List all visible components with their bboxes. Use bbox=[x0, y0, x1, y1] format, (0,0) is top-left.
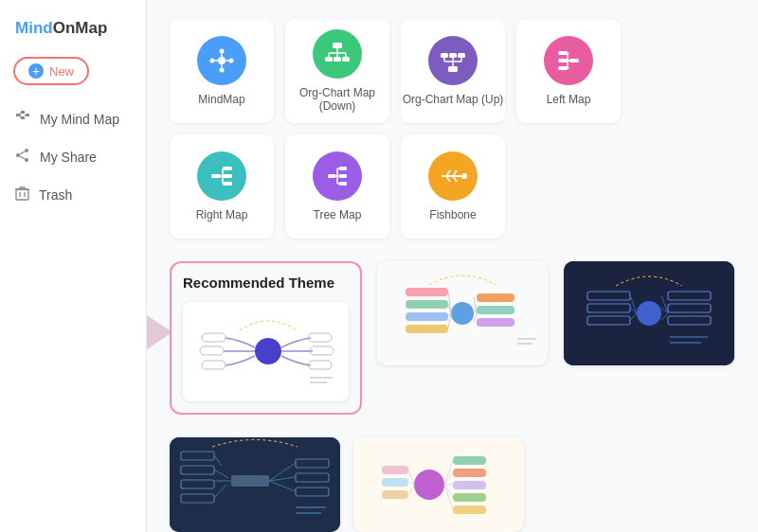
new-label: New bbox=[49, 64, 74, 79]
svg-rect-136 bbox=[453, 469, 486, 477]
map-type-grid: MindMap Org-Chart Map (Down) bbox=[170, 19, 735, 239]
org-up-icon-circle bbox=[428, 36, 478, 85]
svg-rect-80 bbox=[308, 361, 332, 369]
sidebar-item-label: My Mind Map bbox=[40, 112, 119, 127]
svg-rect-84 bbox=[406, 288, 448, 296]
svg-rect-34 bbox=[448, 66, 458, 72]
svg-point-9 bbox=[25, 158, 28, 162]
svg-rect-90 bbox=[477, 318, 514, 327]
fishbone-icon-circle bbox=[428, 151, 478, 201]
svg-point-18 bbox=[220, 68, 225, 73]
svg-line-4 bbox=[20, 113, 21, 115]
logo-text: MindOnMap bbox=[15, 19, 107, 38]
main-content: MindMap Org-Chart Map (Down) bbox=[147, 0, 758, 532]
svg-rect-26 bbox=[325, 57, 333, 62]
map-card-label: Org-Chart Map (Down) bbox=[285, 86, 389, 113]
svg-rect-141 bbox=[382, 478, 408, 487]
svg-rect-78 bbox=[308, 333, 332, 342]
svg-rect-46 bbox=[558, 66, 568, 70]
svg-rect-36 bbox=[449, 53, 457, 58]
logo: MindOnMap bbox=[0, 11, 146, 53]
svg-rect-2 bbox=[21, 116, 25, 119]
svg-rect-3 bbox=[26, 114, 29, 116]
theme-card-white[interactable] bbox=[183, 302, 349, 401]
sidebar-item-trash[interactable]: Trash bbox=[0, 176, 146, 214]
svg-rect-1 bbox=[21, 111, 25, 114]
svg-rect-37 bbox=[458, 53, 465, 58]
svg-point-17 bbox=[220, 49, 225, 54]
sidebar: MindOnMap + New My Mind Map My Share Tra… bbox=[0, 0, 147, 532]
sidebar-item-my-share[interactable]: My Share bbox=[0, 138, 146, 176]
sidebar-item-my-mind-map[interactable]: My Mind Map bbox=[0, 100, 146, 138]
svg-rect-89 bbox=[477, 306, 514, 314]
svg-line-97 bbox=[474, 313, 477, 322]
svg-rect-140 bbox=[382, 466, 408, 474]
sidebar-item-label: My Share bbox=[40, 150, 97, 165]
svg-line-5 bbox=[20, 115, 21, 118]
svg-rect-59 bbox=[328, 174, 335, 178]
svg-rect-53 bbox=[223, 167, 232, 170]
svg-point-134 bbox=[414, 470, 444, 500]
svg-rect-86 bbox=[406, 312, 448, 321]
theme-card-dark[interactable] bbox=[564, 261, 734, 365]
svg-line-146 bbox=[444, 485, 453, 497]
svg-rect-62 bbox=[339, 182, 347, 186]
map-card-fishbone[interactable]: Fishbone bbox=[401, 134, 505, 239]
featured-theme-box: Recommended Theme bbox=[170, 261, 362, 415]
svg-line-10 bbox=[20, 151, 25, 154]
svg-rect-85 bbox=[406, 300, 448, 309]
svg-point-8 bbox=[16, 153, 20, 157]
svg-line-144 bbox=[444, 472, 453, 485]
svg-rect-87 bbox=[406, 325, 448, 333]
theme-card-dark2[interactable] bbox=[170, 437, 340, 532]
svg-rect-61 bbox=[339, 174, 347, 178]
map-card-mindmap[interactable]: MindMap bbox=[170, 19, 274, 123]
map-card-org-down[interactable]: Org-Chart Map (Down) bbox=[285, 19, 389, 123]
map-card-label: Left Map bbox=[547, 93, 591, 106]
svg-rect-27 bbox=[334, 57, 341, 62]
map-card-label: Org-Chart Map (Up) bbox=[403, 93, 504, 106]
right-map-icon-circle bbox=[197, 151, 246, 201]
my-mind-map-icon bbox=[15, 110, 30, 129]
theme-card-warm[interactable] bbox=[353, 437, 524, 532]
map-card-right-map[interactable]: Right Map bbox=[170, 134, 274, 239]
theme-card-pastel[interactable] bbox=[377, 261, 548, 365]
svg-rect-45 bbox=[558, 59, 568, 62]
svg-rect-137 bbox=[453, 481, 486, 489]
map-card-tree-map[interactable]: Tree Map bbox=[285, 134, 389, 239]
theme-second-row bbox=[170, 437, 735, 532]
map-card-org-up[interactable]: Org-Chart Map (Up) bbox=[401, 19, 505, 123]
svg-point-7 bbox=[25, 149, 28, 152]
svg-rect-0 bbox=[16, 114, 20, 116]
trash-icon bbox=[15, 186, 29, 204]
new-button[interactable]: + New bbox=[13, 57, 89, 85]
svg-point-73 bbox=[461, 173, 467, 179]
arrow-head bbox=[147, 313, 172, 351]
svg-rect-54 bbox=[223, 174, 232, 178]
svg-rect-35 bbox=[441, 53, 448, 58]
svg-point-16 bbox=[218, 57, 226, 64]
svg-rect-28 bbox=[342, 57, 350, 62]
org-down-icon-circle bbox=[313, 29, 362, 79]
svg-rect-25 bbox=[333, 43, 342, 48]
map-card-left-map[interactable]: Left Map bbox=[516, 19, 621, 123]
theme-section-title: Recommended Theme bbox=[183, 275, 349, 291]
svg-point-74 bbox=[255, 338, 281, 364]
svg-point-101 bbox=[637, 301, 661, 326]
svg-line-150 bbox=[408, 485, 414, 494]
svg-rect-88 bbox=[477, 293, 514, 302]
tree-map-icon-circle bbox=[313, 151, 362, 201]
svg-rect-12 bbox=[16, 189, 28, 200]
left-map-icon-circle bbox=[544, 36, 593, 85]
svg-rect-55 bbox=[223, 182, 232, 186]
svg-rect-60 bbox=[339, 167, 347, 170]
svg-rect-139 bbox=[453, 505, 486, 514]
svg-rect-79 bbox=[310, 346, 334, 355]
svg-rect-135 bbox=[453, 456, 486, 465]
svg-rect-52 bbox=[211, 174, 221, 178]
svg-rect-75 bbox=[202, 333, 226, 342]
svg-rect-43 bbox=[569, 59, 579, 62]
svg-rect-117 bbox=[231, 475, 269, 487]
svg-point-83 bbox=[451, 302, 474, 325]
plus-icon: + bbox=[28, 63, 44, 79]
